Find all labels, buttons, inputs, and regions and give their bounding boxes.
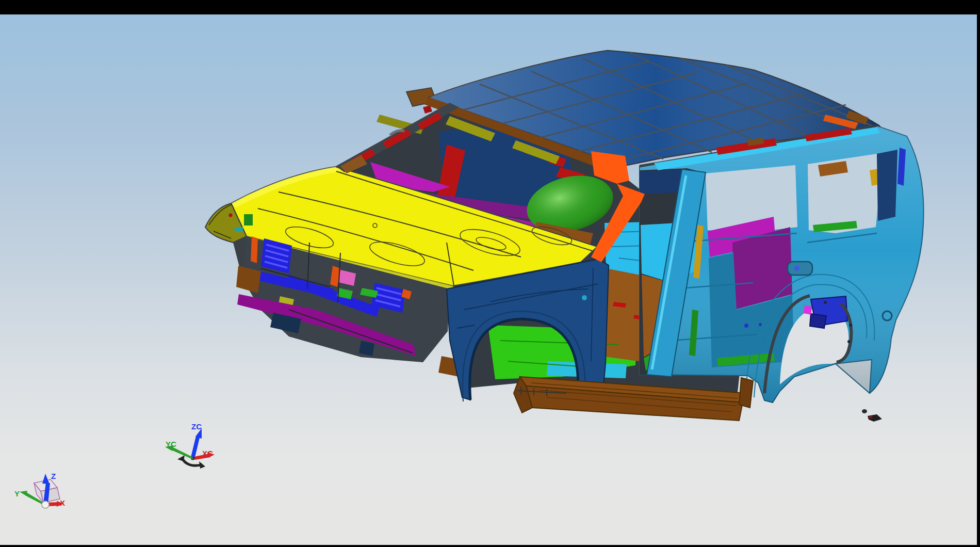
lamp-green-clip: [244, 214, 253, 226]
abs-z-label[interactable]: Z: [51, 472, 56, 480]
fuel-door-glint: [794, 266, 799, 271]
debris-dot[interactable]: [862, 409, 867, 413]
abs-origin-ball[interactable]: [42, 501, 49, 508]
d-pillar-inner-navy[interactable]: [877, 150, 897, 221]
window-frame-bottom: [0, 545, 980, 547]
rocker-dot-2: [759, 323, 762, 326]
abs-x-label[interactable]: X: [60, 498, 65, 507]
abs-y-label[interactable]: Y: [14, 489, 20, 498]
arch-bolt-dot-2: [847, 340, 851, 343]
wcs-z-label[interactable]: ZC: [191, 422, 202, 431]
wcs-triad[interactable]: ZC YC XC: [165, 422, 215, 469]
model-viewport-graphics: ZC YC XC Z Y X: [0, 0, 980, 547]
rear-arch-magenta-sliver: [804, 305, 812, 315]
absolute-triad[interactable]: Z Y X: [14, 472, 65, 508]
cad-application-window: ZC YC XC Z Y X: [0, 0, 980, 547]
fender-hole: [582, 295, 587, 300]
wcs-x-label[interactable]: XC: [202, 449, 213, 458]
rocker-dot-1: [744, 324, 748, 328]
arch-bolt-dot-3: [824, 301, 827, 304]
window-frame-top: [0, 0, 980, 14]
loose-parts[interactable]: [862, 409, 882, 422]
fuel-door-recess[interactable]: [788, 262, 812, 275]
lamp-teal-clip: [235, 227, 243, 231]
window-frame-right: [977, 0, 980, 547]
rocker-step-rear-cap: [739, 378, 753, 408]
wcs-y-label[interactable]: YC: [166, 440, 176, 448]
rear-arch-bracket-side: [810, 314, 826, 328]
wcs-z-axis[interactable]: [191, 428, 202, 457]
arch-bolt-dot-1: [849, 324, 852, 327]
lamp-red-dot: [229, 214, 233, 217]
